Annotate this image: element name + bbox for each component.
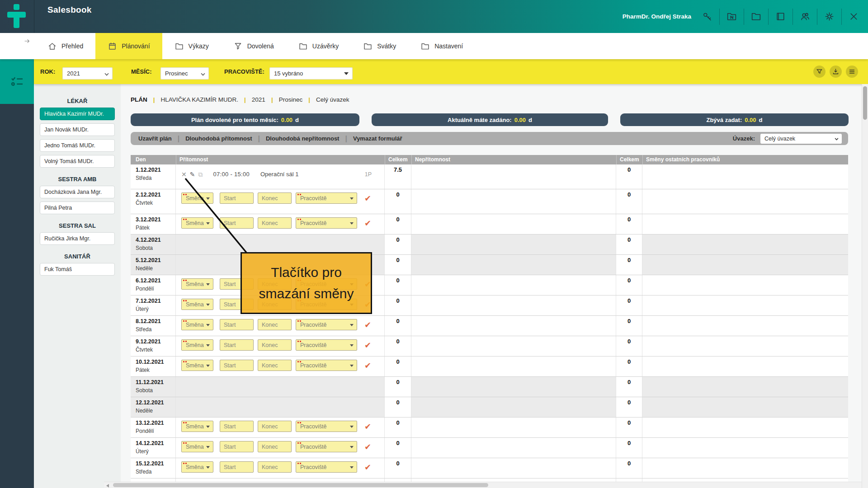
- uvazek-select[interactable]: Celý úvazek: [760, 134, 842, 144]
- folder-icon: [363, 42, 373, 51]
- shift-type-select[interactable]: Směna: [181, 299, 213, 310]
- sidebar-item-staff[interactable]: Hlavička Kazimír MUDr.: [40, 108, 115, 120]
- column-header: Nepřítomnost: [411, 155, 616, 164]
- shift-type-select[interactable]: Směna: [181, 461, 213, 473]
- workplace-filter-select[interactable]: 15 vybráno: [269, 67, 353, 80]
- workplace-select[interactable]: Pracoviště: [296, 339, 357, 351]
- year-select[interactable]: 2021: [62, 67, 113, 80]
- end-time-input[interactable]: [258, 441, 292, 452]
- end-time-input[interactable]: [258, 339, 292, 351]
- staff-group-title: SESTRA SAL: [34, 222, 121, 229]
- day-cell: 13.12.2021Pondělí: [131, 418, 176, 437]
- tab-uzávěrky[interactable]: Uzávěrky: [286, 33, 351, 59]
- confirm-shift-button[interactable]: ✔: [364, 194, 371, 202]
- tab-label: Svátky: [377, 42, 396, 50]
- workplace-select[interactable]: Pracoviště: [296, 217, 357, 229]
- folder-note-icon[interactable]: [726, 10, 738, 23]
- confirm-shift-button[interactable]: ✔: [364, 463, 371, 471]
- sidebar-item-staff[interactable]: Ručička Jirka Mgr.: [40, 232, 115, 245]
- workplace-select[interactable]: Pracoviště: [296, 421, 357, 432]
- gear-icon[interactable]: [823, 10, 835, 23]
- row-date: 3.12.2021: [136, 216, 175, 223]
- download-button[interactable]: [830, 66, 842, 78]
- start-time-input[interactable]: [220, 461, 254, 473]
- end-time-input[interactable]: [258, 461, 292, 473]
- breadcrumb-item: HLAVIČKA KAZIMÍR MUDR.: [161, 96, 239, 103]
- vertical-scrollbar[interactable]: [862, 84, 868, 488]
- workplace-select[interactable]: Pracoviště: [296, 192, 357, 204]
- absence-cell: [411, 458, 616, 478]
- shift-type-select[interactable]: Směna: [181, 319, 213, 330]
- menu-button[interactable]: [846, 66, 858, 78]
- edit-shift-icon[interactable]: ✎: [190, 171, 195, 178]
- shift-type-select[interactable]: Směna: [181, 192, 213, 204]
- row-day-name: Středa: [136, 175, 175, 181]
- shift-type-select[interactable]: Směna: [181, 278, 213, 290]
- tab-svátky[interactable]: Svátky: [351, 33, 408, 59]
- sidebar-item-staff[interactable]: Volný Tomáš MUDr.: [40, 155, 115, 168]
- shift-type-select[interactable]: Směna: [181, 421, 213, 432]
- workplace-select[interactable]: Pracoviště: [296, 461, 357, 473]
- scroll-left-arrow-icon[interactable]: [106, 484, 109, 488]
- shift-type-select[interactable]: Směna: [181, 360, 213, 371]
- end-time-input[interactable]: [258, 421, 292, 432]
- delete-shift-icon[interactable]: ✕: [181, 171, 187, 178]
- other-staff-shifts-cell: [642, 438, 848, 458]
- vertical-scrollbar-thumb[interactable]: [863, 86, 867, 120]
- staff-group-title: LÉKAŘ: [34, 98, 121, 104]
- checklist-icon[interactable]: [0, 59, 34, 104]
- start-time-input[interactable]: [220, 421, 254, 432]
- confirm-shift-button[interactable]: ✔: [364, 361, 371, 370]
- workplace-select[interactable]: Pracoviště: [296, 441, 357, 452]
- confirm-shift-button[interactable]: ✔: [364, 422, 371, 431]
- tab-nastavení[interactable]: Nastavení: [408, 33, 475, 59]
- toolbar-button[interactable]: Uzavřít plán: [132, 135, 178, 142]
- sidebar-item-staff[interactable]: Jedno Tomáš MUDr.: [40, 139, 115, 152]
- workplace-select[interactable]: Pracoviště: [296, 360, 357, 371]
- end-time-input[interactable]: [258, 217, 292, 229]
- shift-type-select[interactable]: Směna: [181, 441, 213, 452]
- users-icon[interactable]: [799, 10, 811, 23]
- sidebar-item-staff[interactable]: Pilná Petra: [40, 202, 115, 214]
- confirm-shift-button[interactable]: ✔: [364, 321, 371, 329]
- month-select[interactable]: Prosinec: [160, 67, 209, 80]
- start-time-input[interactable]: [220, 192, 254, 204]
- confirm-shift-button[interactable]: ✔: [364, 219, 371, 227]
- tab-přehled[interactable]: Přehled: [35, 33, 95, 59]
- tab-plánování[interactable]: Plánování: [95, 33, 162, 59]
- confirm-shift-button[interactable]: ✔: [364, 341, 371, 349]
- toolbar-button[interactable]: Dlouhodobá nepřítomnost: [260, 135, 345, 142]
- folder-icon[interactable]: [750, 10, 762, 23]
- end-time-input[interactable]: [258, 319, 292, 330]
- filter-button[interactable]: [813, 66, 826, 78]
- start-time-input[interactable]: [220, 339, 254, 351]
- toolbar-button[interactable]: Dlouhodobá přítomnost: [179, 135, 258, 142]
- tab-výkazy[interactable]: Výkazy: [162, 33, 221, 59]
- horizontal-scrollbar-thumb[interactable]: [113, 483, 488, 487]
- copy-shift-icon[interactable]: ⧉: [198, 171, 203, 178]
- window-icon[interactable]: [774, 10, 787, 23]
- shift-type-select[interactable]: Směna: [181, 339, 213, 351]
- tab-dovolená[interactable]: Dovolená: [221, 33, 286, 59]
- start-time-input[interactable]: [220, 360, 254, 371]
- horizontal-scrollbar[interactable]: [104, 482, 862, 488]
- sidebar-item-staff[interactable]: Fuk Tomáš: [40, 263, 115, 276]
- confirm-shift-button[interactable]: ✔: [364, 443, 371, 451]
- start-time-input[interactable]: [220, 217, 254, 229]
- start-time-input[interactable]: [220, 441, 254, 452]
- expand-arrow-icon[interactable]: [24, 38, 31, 45]
- start-time-input[interactable]: [220, 319, 254, 330]
- toolbar-button[interactable]: Vymazat formulář: [347, 135, 408, 142]
- key-icon[interactable]: [701, 10, 713, 23]
- banner-value: 0.00: [514, 117, 526, 123]
- end-time-input[interactable]: [258, 192, 292, 204]
- row-date: 11.12.2021: [136, 379, 175, 385]
- sidebar-item-staff[interactable]: Jan Novák MUDr.: [40, 123, 115, 136]
- workplace-select[interactable]: Pracoviště: [296, 319, 357, 330]
- end-time-input[interactable]: [258, 360, 292, 371]
- shift-type-select[interactable]: Směna: [181, 217, 213, 229]
- header-divider: [34, 0, 34, 33]
- close-icon[interactable]: [848, 10, 860, 23]
- staff-sidebar: LÉKAŘHlavička Kazimír MUDr.Jan Novák MUD…: [34, 84, 121, 488]
- sidebar-item-staff[interactable]: Docházková Jana Mgr.: [40, 186, 115, 198]
